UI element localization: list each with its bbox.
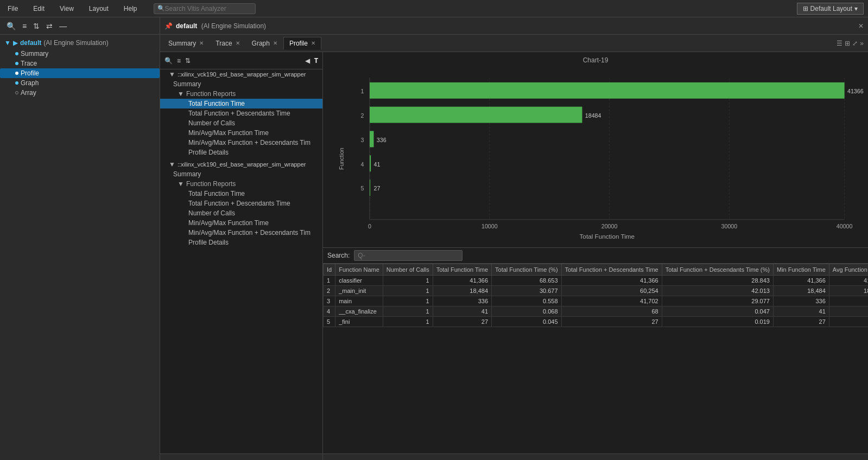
tree-collapse-button[interactable]: ≡ bbox=[176, 56, 182, 66]
sidebar: 🔍 ≡ ⇅ ⇄ — ▼ ▶ default (AI Engine Simulat… bbox=[0, 17, 160, 460]
tab-summary[interactable]: Summary ✕ bbox=[162, 37, 210, 50]
tab-graph[interactable]: Graph ✕ bbox=[246, 37, 283, 50]
content-area: 📌 default (AI Engine Simulation) ✕ Summa… bbox=[160, 17, 868, 460]
tab-profile[interactable]: Profile ✕ bbox=[283, 37, 321, 50]
tree-T-button[interactable]: T bbox=[313, 56, 319, 66]
tree-leaf-number-calls-2[interactable]: Number of Calls bbox=[160, 208, 322, 218]
menu-item-view[interactable]: View bbox=[56, 3, 77, 15]
dot-icon bbox=[15, 72, 18, 75]
bar-1[interactable] bbox=[370, 82, 845, 99]
caret-icon: ▼ bbox=[4, 39, 11, 47]
svg-text:3: 3 bbox=[360, 137, 364, 143]
col-header-id[interactable]: Id bbox=[324, 264, 335, 276]
tree-section1-summary[interactable]: Summary bbox=[160, 79, 322, 89]
col-header-total-function-time-pct[interactable]: Total Function Time (%) bbox=[492, 264, 562, 276]
sidebar-item-profile[interactable]: Profile bbox=[0, 68, 160, 78]
folder-icon: ▶ bbox=[13, 39, 18, 47]
col-header-function-name[interactable]: Function Name bbox=[335, 264, 383, 276]
svg-text:2: 2 bbox=[360, 112, 364, 119]
collapse-all-button[interactable]: ≡ bbox=[20, 21, 29, 31]
sidebar-item-summary[interactable]: Summary bbox=[0, 49, 160, 59]
col-header-total-function-time[interactable]: Total Function Time bbox=[433, 264, 491, 276]
tree-leaf-min-avg-max-1[interactable]: Min/Avg/Max Function Time bbox=[160, 128, 322, 138]
svg-text:Total Function Time: Total Function Time bbox=[580, 233, 635, 240]
layout-button[interactable]: ⊞ Default Layout ▾ bbox=[797, 3, 864, 15]
tab-action-chevron[interactable]: » bbox=[860, 40, 864, 47]
tree-panel-hscroll[interactable] bbox=[160, 453, 322, 460]
table-row[interactable]: 5_fini1270.045270.019272727 bbox=[324, 317, 869, 327]
bar-4[interactable] bbox=[370, 155, 371, 171]
col-header-total-descendants-time-pct[interactable]: Total Function + Descendants Time (%) bbox=[662, 264, 773, 276]
svg-text:0: 0 bbox=[368, 223, 371, 229]
expand-all-button[interactable]: ⇅ bbox=[31, 21, 42, 31]
tree-search-button[interactable]: 🔍 bbox=[163, 56, 174, 66]
tree-leaf-total-descendants-time-1[interactable]: Total Function + Descendants Time bbox=[160, 108, 322, 118]
bar-3[interactable] bbox=[370, 131, 373, 147]
table-row[interactable]: 2_main_init118,48430.67760,25442.01318,4… bbox=[324, 286, 869, 296]
chart-table-panel: Chart-19 Function bbox=[323, 52, 868, 460]
tree-section2-header[interactable]: ▼ ::xilinx_vck190_esl_base_wrapper_sim_w… bbox=[160, 159, 322, 169]
caret-icon: ▼ bbox=[178, 180, 184, 188]
layout-icon: ⊞ bbox=[803, 5, 808, 12]
col-header-avg-function-time[interactable]: Avg Function Time bbox=[829, 264, 868, 276]
caret-icon: ▼ bbox=[178, 90, 184, 98]
minimize-button[interactable]: — bbox=[57, 21, 69, 31]
search-sidebar-button[interactable]: 🔍 bbox=[4, 21, 18, 31]
tree-leaf-min-avg-max-desc-1[interactable]: Min/Avg/Max Function + Descendants Tim bbox=[160, 138, 322, 148]
tab-action-tiles[interactable]: ⊞ bbox=[845, 40, 850, 47]
tree-leaf-profile-details-2[interactable]: Profile Details bbox=[160, 238, 322, 247]
tree-group2-header[interactable]: ▼ Function Reports bbox=[160, 179, 322, 189]
tree-expand-button[interactable]: ⇅ bbox=[184, 56, 192, 66]
link-button[interactable]: ⇄ bbox=[44, 21, 55, 31]
tree-group1-header[interactable]: ▼ Function Reports bbox=[160, 89, 322, 99]
menu-item-layout[interactable]: Layout bbox=[86, 3, 112, 15]
svg-text:40000: 40000 bbox=[837, 223, 853, 229]
sidebar-toolbar: 🔍 ≡ ⇅ ⇄ — bbox=[0, 17, 160, 35]
tree-leaf-min-avg-max-desc-2[interactable]: Min/Avg/Max Function + Descendants Tim bbox=[160, 228, 322, 238]
table-row[interactable]: 1classifier141,36668.65341,36628.84341,3… bbox=[324, 276, 869, 286]
tree-leaf-total-descendants-time-2[interactable]: Total Function + Descendants Time bbox=[160, 199, 322, 208]
bar-2[interactable] bbox=[370, 107, 582, 123]
tree-collapse-left-button[interactable]: ◀ bbox=[304, 56, 311, 66]
tab-action-expand[interactable]: ⤢ bbox=[852, 40, 858, 47]
menu-item-help[interactable]: Help bbox=[121, 3, 141, 15]
tree-root-default[interactable]: ▼ ▶ default (AI Engine Simulation) bbox=[0, 37, 160, 49]
col-header-total-descendants-time[interactable]: Total Function + Descendants Time bbox=[561, 264, 662, 276]
tree-leaf-number-calls-1[interactable]: Number of Calls bbox=[160, 118, 322, 128]
chart-container: Function bbox=[327, 66, 864, 240]
menu-item-edit[interactable]: Edit bbox=[30, 3, 48, 15]
tree-leaf-min-avg-max-2[interactable]: Min/Avg/Max Function Time bbox=[160, 218, 322, 228]
search-icon: 🔍 bbox=[157, 5, 165, 12]
col-header-number-calls[interactable]: Number of Calls bbox=[383, 264, 433, 276]
sidebar-item-trace[interactable]: Trace bbox=[0, 59, 160, 68]
svg-text:27: 27 bbox=[373, 185, 380, 191]
tree-leaf-total-function-time-1[interactable]: Total Function Time bbox=[160, 99, 322, 108]
tab-trace-close[interactable]: ✕ bbox=[236, 40, 240, 46]
sidebar-item-array[interactable]: Array bbox=[0, 88, 160, 98]
doc-tab-close-button[interactable]: ✕ bbox=[858, 22, 864, 30]
tree-section1-header[interactable]: ▼ ::xilinx_vck190_esl_base_wrapper_sim_w… bbox=[160, 69, 322, 79]
tree-section2-summary[interactable]: Summary bbox=[160, 169, 322, 179]
sidebar-item-graph[interactable]: Graph bbox=[0, 78, 160, 88]
col-header-min-function-time[interactable]: Min Function Time bbox=[773, 264, 829, 276]
top-search-box: 🔍 bbox=[154, 3, 256, 14]
table-row[interactable]: 3main13360.55841,70229.077336336336 bbox=[324, 296, 869, 306]
tab-summary-close[interactable]: ✕ bbox=[199, 40, 204, 46]
tab-profile-close[interactable]: ✕ bbox=[311, 40, 315, 46]
tree-leaf-profile-details-1[interactable]: Profile Details bbox=[160, 148, 322, 157]
search-input[interactable] bbox=[354, 250, 462, 261]
main-layout: 🔍 ≡ ⇅ ⇄ — ▼ ▶ default (AI Engine Simulat… bbox=[0, 17, 868, 460]
tree-leaf-total-function-time-2[interactable]: Total Function Time bbox=[160, 189, 322, 199]
menu-item-file[interactable]: File bbox=[4, 3, 21, 15]
tab-action-list[interactable]: ☰ bbox=[837, 40, 842, 47]
tab-trace[interactable]: Trace ✕ bbox=[210, 37, 245, 50]
chevron-down-icon: ▾ bbox=[854, 5, 858, 12]
chart-table-hscroll[interactable] bbox=[323, 453, 868, 460]
dot-icon bbox=[15, 62, 18, 65]
bar-5[interactable] bbox=[370, 180, 370, 196]
tab-graph-close[interactable]: ✕ bbox=[273, 40, 277, 46]
svg-text:30000: 30000 bbox=[721, 223, 738, 229]
table-row[interactable]: 4__cxa_finalize1410.068680.047414141 bbox=[324, 306, 869, 317]
top-search-input[interactable] bbox=[165, 5, 252, 12]
data-table-wrapper[interactable]: Id Function Name Number of Calls Total F… bbox=[323, 264, 868, 453]
